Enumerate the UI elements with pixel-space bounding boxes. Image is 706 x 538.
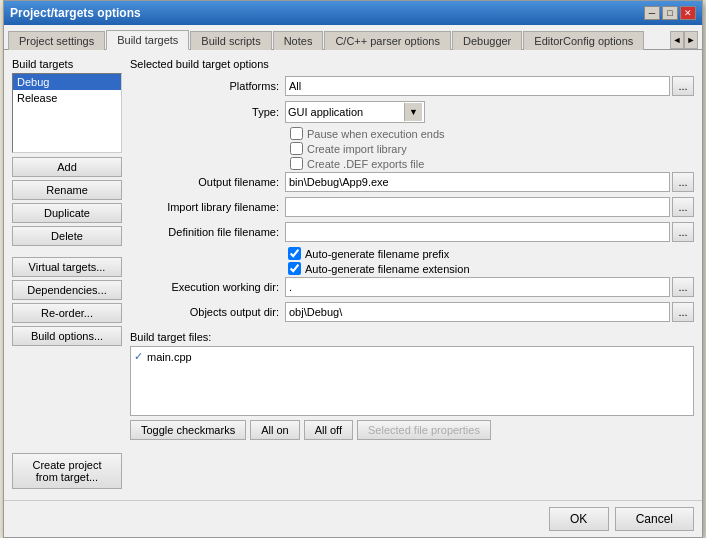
tab-cpp-parser[interactable]: C/C++ parser options: [324, 31, 451, 50]
target-debug[interactable]: Debug: [13, 74, 121, 90]
import-browse-button[interactable]: ...: [672, 197, 694, 217]
pause-checkbox-row: Pause when execution ends: [290, 127, 694, 140]
create-import-checkbox-row: Create import library: [290, 142, 694, 155]
tab-build-targets[interactable]: Build targets: [106, 30, 189, 50]
import-library-row: Import library filename: ...: [130, 197, 694, 217]
build-targets-label: Build targets: [12, 58, 122, 70]
pause-label: Pause when execution ends: [307, 128, 445, 140]
virtual-targets-button[interactable]: Virtual targets...: [12, 257, 122, 277]
bottom-buttons-row: Toggle checkmarks All on All off Selecte…: [130, 420, 694, 440]
tab-scroll-left[interactable]: ◄: [670, 31, 684, 49]
target-release[interactable]: Release: [13, 90, 121, 106]
add-button[interactable]: Add: [12, 157, 122, 177]
list-item[interactable]: ✓ main.cpp: [134, 350, 690, 363]
create-import-label: Create import library: [307, 143, 407, 155]
output-browse-button[interactable]: ...: [672, 172, 694, 192]
tab-bar: Project settings Build targets Build scr…: [4, 25, 702, 50]
execution-working-input[interactable]: [285, 277, 670, 297]
output-filename-label: Output filename:: [130, 176, 285, 188]
auto-prefix-label: Auto-generate filename prefix: [305, 248, 449, 260]
left-panel: Build targets Debug Release Add Rename D…: [12, 58, 122, 492]
execution-working-label: Execution working dir:: [130, 281, 285, 293]
create-def-checkbox-row: Create .DEF exports file: [290, 157, 694, 170]
type-select[interactable]: GUI application ▼: [285, 101, 425, 123]
objects-output-row: Objects output dir: ...: [130, 302, 694, 322]
dialog-footer: OK Cancel: [4, 500, 702, 537]
files-section-label: Build target files:: [130, 331, 694, 343]
main-window: Project/targets options ─ □ ✕ Project se…: [3, 0, 703, 538]
tab-notes[interactable]: Notes: [273, 31, 324, 50]
output-filename-input[interactable]: [285, 172, 670, 192]
tab-scroll-right[interactable]: ►: [684, 31, 698, 49]
execution-working-row: Execution working dir: ...: [130, 277, 694, 297]
cancel-button[interactable]: Cancel: [615, 507, 694, 531]
auto-extension-row: Auto-generate filename extension: [288, 262, 694, 275]
delete-button[interactable]: Delete: [12, 226, 122, 246]
pause-checkbox[interactable]: [290, 127, 303, 140]
platforms-row: Platforms: ...: [130, 76, 694, 96]
platforms-label: Platforms:: [130, 80, 285, 92]
build-options-button[interactable]: Build options...: [12, 326, 122, 346]
window-title: Project/targets options: [10, 6, 141, 20]
right-panel: Selected build target options Platforms:…: [130, 58, 694, 492]
definition-browse-button[interactable]: ...: [672, 222, 694, 242]
right-section-title: Selected build target options: [130, 58, 694, 70]
auto-extension-checkbox[interactable]: [288, 262, 301, 275]
create-def-checkbox[interactable]: [290, 157, 303, 170]
type-label: Type:: [130, 106, 285, 118]
reorder-button[interactable]: Re-order...: [12, 303, 122, 323]
definition-file-input[interactable]: [285, 222, 670, 242]
type-value: GUI application: [288, 106, 363, 118]
create-project-button[interactable]: Create project from target...: [12, 453, 122, 489]
tab-nav-buttons: ◄ ►: [670, 31, 698, 49]
create-import-checkbox[interactable]: [290, 142, 303, 155]
tab-debugger[interactable]: Debugger: [452, 31, 522, 50]
duplicate-button[interactable]: Duplicate: [12, 203, 122, 223]
platforms-browse-button[interactable]: ...: [672, 76, 694, 96]
ok-button[interactable]: OK: [549, 507, 609, 531]
action-buttons: Add Rename Duplicate Delete: [12, 157, 122, 249]
title-bar: Project/targets options ─ □ ✕: [4, 1, 702, 25]
rename-button[interactable]: Rename: [12, 180, 122, 200]
minimize-button[interactable]: ─: [644, 6, 660, 20]
auto-prefix-row: Auto-generate filename prefix: [288, 247, 694, 260]
file-name: main.cpp: [147, 351, 192, 363]
output-filename-row: Output filename: ...: [130, 172, 694, 192]
toggle-checkmarks-button[interactable]: Toggle checkmarks: [130, 420, 246, 440]
dependencies-button[interactable]: Dependencies...: [12, 280, 122, 300]
execution-browse-button[interactable]: ...: [672, 277, 694, 297]
objects-output-label: Objects output dir:: [130, 306, 285, 318]
file-checkmark: ✓: [134, 350, 143, 363]
extra-buttons: Virtual targets... Dependencies... Re-or…: [12, 257, 122, 349]
objects-output-input[interactable]: [285, 302, 670, 322]
auto-prefix-checkbox[interactable]: [288, 247, 301, 260]
import-library-label: Import library filename:: [130, 201, 285, 213]
import-library-input[interactable]: [285, 197, 670, 217]
platforms-input[interactable]: [285, 76, 670, 96]
definition-file-label: Definition file filename:: [130, 226, 285, 238]
files-list[interactable]: ✓ main.cpp: [130, 346, 694, 416]
tab-build-scripts[interactable]: Build scripts: [190, 31, 271, 50]
files-section: Build target files: ✓ main.cpp: [130, 331, 694, 416]
tab-project-settings[interactable]: Project settings: [8, 31, 105, 50]
definition-file-row: Definition file filename: ...: [130, 222, 694, 242]
type-row: Type: GUI application ▼: [130, 101, 694, 123]
auto-extension-label: Auto-generate filename extension: [305, 263, 470, 275]
all-on-button[interactable]: All on: [250, 420, 300, 440]
content-area: Build targets Debug Release Add Rename D…: [4, 50, 702, 500]
target-list[interactable]: Debug Release: [12, 73, 122, 153]
all-off-button[interactable]: All off: [304, 420, 353, 440]
close-button[interactable]: ✕: [680, 6, 696, 20]
tab-editorconfig[interactable]: EditorConfig options: [523, 31, 644, 50]
create-def-label: Create .DEF exports file: [307, 158, 424, 170]
objects-browse-button[interactable]: ...: [672, 302, 694, 322]
type-dropdown-arrow[interactable]: ▼: [404, 103, 422, 121]
selected-file-properties-button[interactable]: Selected file properties: [357, 420, 491, 440]
maximize-button[interactable]: □: [662, 6, 678, 20]
title-bar-buttons: ─ □ ✕: [644, 6, 696, 20]
